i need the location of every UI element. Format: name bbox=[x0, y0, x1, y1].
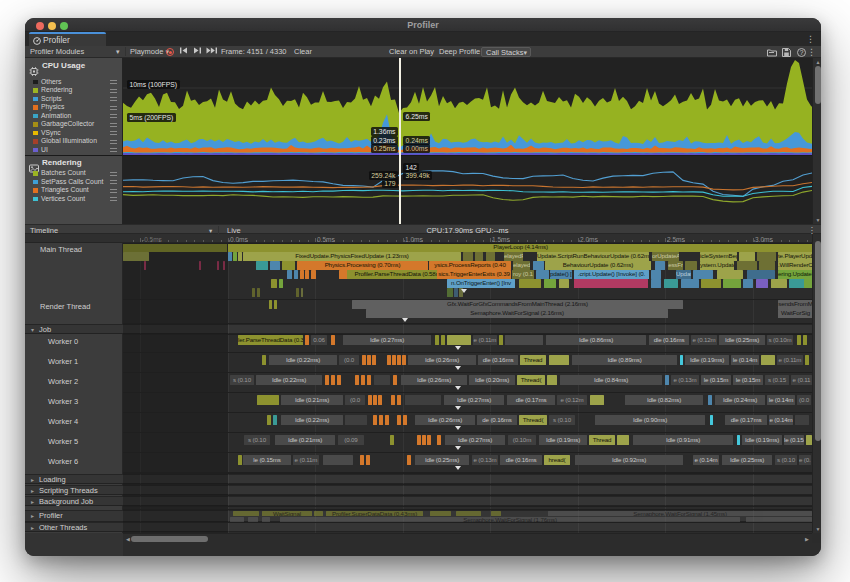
timeline-span-fragment[interactable] bbox=[271, 279, 277, 288]
timeline-span[interactable]: e (0.11m bbox=[293, 455, 319, 465]
thread-label-main-thread[interactable]: Main Thread bbox=[40, 245, 82, 254]
timeline-span-fragment[interactable] bbox=[805, 355, 809, 365]
timeline-span-fragment[interactable] bbox=[441, 335, 445, 345]
row-expander-icon[interactable] bbox=[402, 318, 408, 322]
timeline-span-fragment[interactable] bbox=[533, 261, 544, 270]
window-titlebar[interactable]: Profiler bbox=[25, 18, 821, 32]
timeline-span[interactable]: elayedF bbox=[504, 252, 523, 261]
timeline-span[interactable]: Profiler.SuperDataData (0.43ms) bbox=[326, 511, 423, 516]
timeline-span[interactable]: Idle (0.27ms) bbox=[444, 395, 504, 405]
legend-item-rendering[interactable]: Rendering bbox=[25, 86, 123, 95]
timeline-span-fragment[interactable] bbox=[761, 355, 775, 365]
timeline-span-fragment[interactable] bbox=[355, 375, 359, 385]
timeline-span-fragment[interactable] bbox=[362, 355, 366, 365]
timeline-span[interactable]: Idle (0.84ms) bbox=[560, 375, 662, 385]
legend-toggle-icon[interactable] bbox=[110, 131, 117, 135]
thread-label-worker-1[interactable]: Worker 1 bbox=[48, 357, 78, 366]
timeline-span[interactable]: Thread( bbox=[519, 415, 547, 425]
timeline-span-fragment[interactable] bbox=[296, 288, 299, 297]
timeline-span[interactable]: s (0.10 bbox=[230, 375, 254, 385]
timeline-span-fragment[interactable] bbox=[710, 415, 713, 425]
timeline-span[interactable]: WaitSignal bbox=[262, 511, 312, 516]
timeline-span[interactable]: de (0.16ms bbox=[477, 415, 517, 425]
timeline-span[interactable]: Idle (0.86ms) bbox=[546, 335, 646, 345]
timeline-span[interactable]: FixedUpdate.PhysicsFixedUpdate (1.23ms) bbox=[243, 252, 461, 261]
timeline-span-fragment[interactable] bbox=[345, 415, 367, 425]
legend-toggle-icon[interactable] bbox=[110, 106, 117, 110]
timeline-span[interactable]: e (0.11 bbox=[791, 375, 812, 385]
legend-item-global-illumination[interactable]: Global Illumination bbox=[25, 137, 123, 146]
thread-label-scripting-threads[interactable]: Scripting Threads bbox=[39, 486, 98, 495]
charts-area[interactable] bbox=[123, 58, 812, 224]
timeline-span-fragment[interactable] bbox=[664, 279, 678, 288]
timeline-span[interactable]: Idle (0.27ms) bbox=[343, 335, 431, 345]
timeline-span-fragment[interactable] bbox=[379, 415, 383, 425]
timeline-span[interactable]: Idle (0.92ms) bbox=[575, 455, 683, 465]
timeline-span-fragment[interactable] bbox=[373, 415, 377, 425]
timeline-span[interactable]: Updat bbox=[676, 270, 691, 279]
timeline-span-fragment[interactable] bbox=[267, 415, 271, 425]
row-expander-icon[interactable] bbox=[455, 426, 461, 430]
help-icon[interactable]: ? bbox=[797, 48, 806, 57]
timeline-span[interactable]: n.OnTriggerEnter() [Inv bbox=[447, 279, 515, 288]
timeline-span[interactable]: hread( bbox=[544, 455, 570, 465]
timeline-span[interactable]: BehaviourUpdate (0.62ms) bbox=[545, 261, 651, 270]
timeline-span[interactable]: Idle (0.26ms) bbox=[408, 355, 476, 365]
timeline-span-fragment[interactable] bbox=[331, 335, 335, 345]
timeline-span[interactable]: Idle (0.20ms) bbox=[469, 375, 515, 385]
thread-label-background-job[interactable]: Background Job bbox=[39, 497, 93, 506]
row-expander-icon[interactable] bbox=[455, 406, 461, 410]
row-expander-icon[interactable] bbox=[455, 466, 461, 470]
timeline-span-fragment[interactable] bbox=[405, 395, 441, 405]
timeline-span-fragment[interactable] bbox=[723, 279, 741, 288]
timeline-span[interactable]: icleSystemBegi bbox=[700, 252, 737, 261]
legend-toggle-icon[interactable] bbox=[110, 89, 117, 93]
timeline-span[interactable]: le (0.15m bbox=[733, 375, 763, 385]
timeline-span-fragment[interactable] bbox=[417, 435, 421, 445]
timeline-span-fragment[interactable] bbox=[708, 395, 712, 405]
timeline-span[interactable]: e (0.11m bbox=[473, 335, 497, 345]
timeline-span[interactable]: sendsFromM bbox=[778, 300, 813, 309]
legend-toggle-icon[interactable] bbox=[110, 140, 117, 144]
timeline-span[interactable]: s (0.10 bbox=[244, 435, 270, 445]
charts-vertical-scrollbar[interactable]: ▲ ▼ bbox=[812, 58, 821, 224]
legend-toggle-icon[interactable] bbox=[110, 197, 117, 201]
timeline-span-fragment[interactable] bbox=[756, 279, 768, 288]
timeline-span-fragment[interactable] bbox=[771, 279, 787, 288]
timeline-span-fragment[interactable] bbox=[257, 395, 279, 405]
timeline-span-fragment[interactable] bbox=[294, 270, 298, 279]
timeline-span[interactable]: te.PlayerUpdateCanva bbox=[778, 252, 813, 261]
timeline-ruler[interactable]: -0.5ms0.0ms0.5ms1.0ms1.5ms2.0ms2.5ms3.0m… bbox=[25, 234, 821, 243]
current-frame-button[interactable] bbox=[206, 46, 218, 57]
timeline-span-fragment[interactable] bbox=[300, 270, 304, 279]
timeline-span[interactable]: Physics.Processing (0.70ms) bbox=[297, 261, 428, 270]
timeline-span[interactable]: (0.09 bbox=[338, 435, 364, 445]
row-expander-icon[interactable] bbox=[455, 386, 461, 390]
legend-item-physics[interactable]: Physics bbox=[25, 103, 123, 112]
timeline-span-fragment[interactable] bbox=[331, 375, 335, 385]
thread-label-worker-0[interactable]: Worker 0 bbox=[48, 337, 78, 346]
timeline-span-fragment[interactable] bbox=[454, 288, 458, 297]
legend-item-vsync[interactable]: VSync bbox=[25, 129, 123, 138]
thread-label-render-thread[interactable]: Render Thread bbox=[40, 302, 90, 311]
timeline-span-fragment[interactable] bbox=[311, 270, 316, 279]
timeline-span-fragment[interactable] bbox=[685, 261, 697, 270]
timeline-span-fragment[interactable] bbox=[397, 395, 401, 405]
thread-label-job[interactable]: Job bbox=[39, 325, 51, 334]
timeline-span[interactable]: Idle (0.22ms) bbox=[269, 355, 337, 365]
timeline-span[interactable]: Idle (0.91ms) bbox=[633, 435, 733, 445]
timeline-span[interactable]: 0.06 bbox=[311, 335, 327, 345]
thread-label-loading[interactable]: Loading bbox=[39, 475, 66, 484]
timeline-bars-area[interactable]: PlayerLoop (4.14ms)FixedUpdate.PhysicsFi… bbox=[123, 243, 812, 533]
timeline-span[interactable]: le (0.15m bbox=[701, 375, 731, 385]
timeline-span-fragment[interactable] bbox=[252, 288, 255, 297]
timeline-span[interactable]: Update.ScriptRunBehaviourUpdate (0.62ms bbox=[537, 252, 649, 261]
timeline-span-fragment[interactable] bbox=[544, 279, 556, 288]
timeline-span[interactable]: dle (0.17ms bbox=[725, 415, 767, 425]
timeline-span-fragment[interactable] bbox=[437, 435, 441, 445]
legend-toggle-icon[interactable] bbox=[110, 114, 117, 118]
legend-item-batches-count[interactable]: Batches Count bbox=[25, 169, 123, 178]
legend-item-animation[interactable]: Animation bbox=[25, 112, 123, 121]
scroll-down-icon[interactable]: ▼ bbox=[813, 217, 821, 223]
timeline-span[interactable]: e (0.12m bbox=[691, 335, 717, 345]
